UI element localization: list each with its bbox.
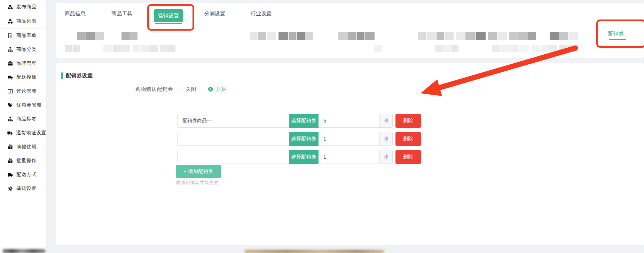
radio-off[interactable]: 关闭 bbox=[178, 86, 196, 93]
censored-block bbox=[510, 45, 519, 52]
sidebar-item[interactable]: 发布商品 bbox=[0, 0, 46, 14]
sidebar-item[interactable]: x商品表单 bbox=[0, 29, 46, 42]
sidebar-item-label: 商品表单 bbox=[16, 32, 37, 39]
censored-block bbox=[95, 32, 104, 40]
censored-block bbox=[160, 45, 168, 52]
coupon-qty-input[interactable] bbox=[319, 150, 379, 164]
coupon-row: 选择配销券张删除 bbox=[177, 150, 421, 164]
censored-block bbox=[437, 32, 444, 40]
censored-block bbox=[121, 45, 130, 52]
sidebar-item-label: 退货地址设置 bbox=[16, 130, 46, 136]
section-header: 配销券设置 bbox=[61, 72, 93, 79]
coupon-qty-input[interactable] bbox=[319, 132, 379, 146]
delete-coupon-button[interactable]: 删除 bbox=[395, 132, 421, 146]
censored-block bbox=[456, 32, 465, 40]
sidebar-item-label: 商品标签 bbox=[16, 116, 37, 122]
censored-block bbox=[549, 45, 557, 52]
censored-block bbox=[568, 32, 578, 40]
tab-5[interactable]: 行业设置 bbox=[251, 10, 272, 17]
radio-on-dot[interactable] bbox=[208, 87, 213, 92]
censored-block bbox=[77, 32, 86, 40]
subtab-peixiaoquan[interactable]: 配销券 bbox=[608, 31, 624, 37]
delete-coupon-button[interactable]: 删除 bbox=[395, 150, 421, 164]
sidebar-item[interactable]: 商品列表 bbox=[0, 14, 46, 29]
select-coupon-button[interactable]: 选择配销券 bbox=[289, 132, 319, 146]
censored-block bbox=[374, 45, 382, 52]
select-coupon-button[interactable]: 选择配销券 bbox=[289, 150, 319, 164]
coupon-qty-input[interactable] bbox=[319, 114, 379, 128]
censored-block bbox=[305, 32, 313, 40]
censored-bottom-left bbox=[3, 249, 45, 253]
coupon-name-input[interactable] bbox=[177, 114, 289, 128]
sidebar-item-label: 满额优惠 bbox=[16, 144, 37, 150]
sidebar-item-label: 商品分类 bbox=[16, 46, 37, 53]
coupon-name-input[interactable] bbox=[177, 132, 289, 146]
censored-block bbox=[418, 32, 426, 40]
tab-3[interactable]: 营销设置 bbox=[154, 9, 183, 22]
tabs-card: 商品信息商品工具营销设置分润设置行业设置 配销券 bbox=[56, 3, 644, 58]
sidebar-item[interactable]: 配送模板 bbox=[0, 70, 46, 84]
truck-icon bbox=[7, 130, 13, 136]
briefcase-icon bbox=[7, 61, 13, 66]
sidebar-item[interactable]: 商品标签 bbox=[0, 112, 46, 126]
sidebar-item[interactable]: 评论管理 bbox=[0, 84, 46, 98]
gift-coupon-radio-row: 购物赠送配销券 关闭 开启 bbox=[103, 86, 227, 93]
tab-4[interactable]: 分润设置 bbox=[204, 10, 225, 17]
sidebar-item[interactable]: 配送方式 bbox=[0, 168, 46, 182]
unit-suffix: 张 bbox=[379, 132, 393, 146]
censored-block bbox=[278, 32, 288, 40]
tab-2[interactable]: 商品工具 bbox=[111, 10, 132, 17]
sidebar-item[interactable]: 优惠券管理 bbox=[0, 98, 46, 112]
censored-block bbox=[445, 32, 454, 40]
cubes-icon bbox=[7, 4, 13, 10]
sidebar: 发布商品商品列表x商品表单商品分类品牌管理配送模板评论管理优惠券管理商品标签退货… bbox=[0, 0, 47, 253]
censored-block bbox=[550, 32, 559, 40]
gift-icon bbox=[7, 144, 13, 150]
sidebar-item[interactable]: 批量操作 bbox=[0, 154, 46, 168]
truck-icon bbox=[7, 74, 13, 80]
sitemap-icon bbox=[7, 116, 13, 122]
sidebar-item[interactable]: 商品分类 bbox=[0, 42, 46, 56]
unit-suffix: 张 bbox=[379, 150, 393, 164]
sidebar-item-label: 商品列表 bbox=[16, 18, 37, 24]
active-subtab-underline bbox=[609, 39, 626, 40]
censored-block bbox=[141, 45, 149, 52]
sidebar-item-label: 优惠券管理 bbox=[16, 102, 42, 108]
censored-block bbox=[133, 45, 140, 52]
censored-block bbox=[435, 45, 443, 52]
tags-icon bbox=[7, 102, 13, 108]
censored-block bbox=[509, 32, 518, 40]
radio-off-dot[interactable] bbox=[178, 87, 183, 92]
columns-icon bbox=[7, 88, 13, 94]
gear-icon bbox=[7, 186, 13, 191]
sidebar-item[interactable]: 满额优惠 bbox=[0, 140, 46, 154]
sidebar-item-label: 配送方式 bbox=[16, 172, 37, 178]
select-coupon-button[interactable]: 选择配销券 bbox=[289, 114, 319, 128]
censored-block bbox=[365, 32, 375, 40]
sidebar-item[interactable]: 基础设置 bbox=[0, 182, 46, 196]
coupon-row: 选择配销券张删除 bbox=[177, 114, 421, 128]
censored-block bbox=[357, 32, 364, 40]
censored-block bbox=[129, 32, 138, 40]
censored-block bbox=[559, 45, 567, 52]
censored-block bbox=[348, 32, 356, 40]
unit-suffix: 张 bbox=[379, 114, 393, 128]
radio-off-label: 关闭 bbox=[186, 86, 196, 93]
censored-block bbox=[65, 45, 72, 52]
sidebar-item[interactable]: 退货地址设置 bbox=[0, 126, 46, 140]
censored-block bbox=[541, 45, 549, 52]
add-coupon-button[interactable]: + 增加配销券 bbox=[176, 165, 221, 178]
sidebar-item-label: 发布商品 bbox=[16, 4, 37, 10]
censored-block bbox=[497, 32, 507, 40]
coupon-name-input[interactable] bbox=[177, 150, 289, 164]
delete-coupon-button[interactable]: 删除 bbox=[395, 114, 421, 128]
sidebar-item[interactable]: 品牌管理 bbox=[0, 56, 46, 70]
censored-block bbox=[518, 32, 528, 40]
active-tab-underline bbox=[155, 23, 182, 24]
coupon-row: 选择配销券张删除 bbox=[177, 132, 421, 146]
radio-on[interactable]: 开启 bbox=[208, 86, 227, 93]
censored-block bbox=[476, 32, 486, 40]
sitemap-icon bbox=[7, 47, 13, 52]
tab-1[interactable]: 商品信息 bbox=[65, 10, 86, 17]
censored-block bbox=[488, 32, 497, 40]
